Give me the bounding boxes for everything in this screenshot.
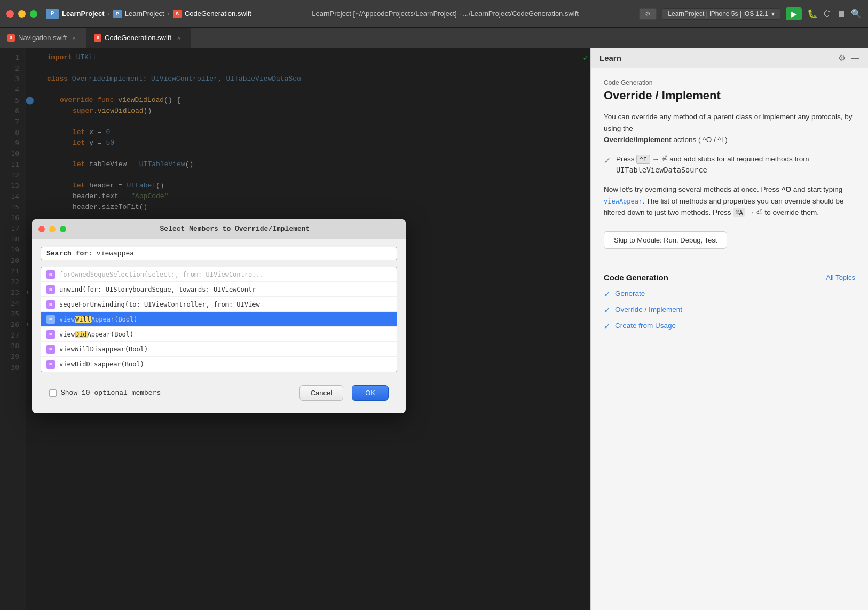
run-scheme-selector[interactable]: ⚙: [639, 8, 657, 20]
all-topics-link[interactable]: All Topics: [826, 273, 855, 281]
member-icon-4: m: [46, 330, 55, 339]
search-value[interactable]: viewappea: [97, 249, 134, 257]
tab-close-codegeneration[interactable]: ×: [175, 34, 183, 42]
modal-title: Select Members to Override/Implement: [70, 225, 399, 233]
swift-icon: S: [7, 34, 15, 42]
view-appear-link: viewAppear: [604, 198, 642, 205]
tab-close-navigation[interactable]: ×: [70, 34, 78, 42]
check-icon-override: ✓: [604, 305, 611, 315]
profile-button[interactable]: ⏱: [823, 9, 832, 19]
traffic-lights: [6, 10, 37, 18]
tab-navigation-swift[interactable]: S Navigation.swift ×: [0, 28, 86, 48]
breadcrumb-project: LearnProject: [62, 10, 104, 18]
learn-content: Code Generation Override / Implement You…: [591, 68, 868, 610]
search-label: Search for:: [46, 249, 92, 257]
learn-section: Code Generation: [604, 79, 855, 87]
tab-label-active: CodeGeneration.swift: [105, 34, 171, 42]
maximize-button[interactable]: [30, 10, 37, 18]
member-item-5[interactable]: m viewWillDisappear(Bool): [41, 342, 397, 357]
learn-panel: Learn ⚙ — Code Generation Override / Imp…: [590, 48, 868, 610]
optional-label: Show 10 optional members: [61, 389, 161, 397]
optional-checkbox[interactable]: [49, 389, 57, 397]
learn-footer-title: Code Generation: [604, 273, 668, 282]
nav-label-create: Create from Usage: [615, 322, 676, 330]
member-icon-2: m: [46, 300, 55, 309]
device-selector[interactable]: LearnProject | iPhone 5s | iOS 12.1 ▾: [662, 8, 780, 20]
debug-button[interactable]: 🐛: [807, 9, 818, 19]
return-arrow-2: ⏎: [756, 208, 763, 216]
settings-icon[interactable]: ⚙: [838, 53, 846, 63]
modal-overlay: Select Members to Override/Implement Sea…: [0, 48, 590, 610]
member-item-2[interactable]: m segueForUnwinding(to: UIViewController…: [41, 297, 397, 312]
member-item-1[interactable]: m unwind(for: UIStoryboardSegue, towards…: [41, 282, 397, 297]
learn-body-2: Now let's try overriding several methods…: [604, 184, 855, 218]
modal-minimize[interactable]: [49, 226, 56, 232]
learn-footer-header: Code Generation All Topics: [604, 273, 855, 282]
device-label: LearnProject | iPhone 5s | iOS 12.1: [668, 10, 768, 18]
nav-item-create[interactable]: ✓ Create from Usage: [604, 320, 855, 331]
toolbar-right: ⚙ LearnProject | iPhone 5s | iOS 12.1 ▾ …: [639, 7, 862, 20]
member-item-6[interactable]: m viewDidDisappear(Bool): [41, 357, 397, 372]
main-area: ✓ 12345 678910 1112131415 1617181920 212…: [0, 48, 868, 610]
breadcrumb-file: CodeGeneration.swift: [185, 10, 251, 18]
breadcrumb-folder: LearnProject: [125, 10, 164, 18]
check-icon-create: ✓: [604, 321, 611, 331]
run-button[interactable]: ▶: [786, 7, 802, 20]
modal-titlebar: Select Members to Override/Implement: [32, 219, 406, 239]
optional-members-row[interactable]: Show 10 optional members: [49, 389, 291, 397]
return-arrow: ⏎: [661, 155, 668, 163]
member-list[interactable]: m forOwnedSegueSelection(select:, from: …: [41, 267, 397, 372]
search-button[interactable]: 🔍: [851, 9, 862, 19]
modal-body: Search for: viewappea m forOwnedSegueSel…: [32, 239, 406, 413]
member-icon-1: m: [46, 285, 55, 294]
code-editor[interactable]: ✓ 12345 678910 1112131415 1617181920 212…: [0, 48, 590, 610]
close-button[interactable]: [6, 10, 14, 18]
member-icon-0: m: [46, 270, 55, 279]
breadcrumb-folder-icon: P: [113, 10, 122, 18]
override-implement-modal[interactable]: Select Members to Override/Implement Sea…: [32, 219, 406, 413]
check-icon-generate: ✓: [604, 289, 611, 299]
learn-bold: Override/Implement: [604, 136, 672, 144]
project-icon: P: [46, 9, 59, 19]
member-item-3[interactable]: m viewWillAppear(Bool): [41, 312, 397, 327]
learn-check-1: ✓ Press ^I → ⏎ and add stubs for all req…: [604, 153, 855, 176]
member-item-4[interactable]: m viewDidAppear(Bool): [41, 327, 397, 342]
nav-item-override[interactable]: ✓ Override / Implement: [604, 304, 855, 315]
member-item-0[interactable]: m forOwnedSegueSelection(select:, from: …: [41, 267, 397, 282]
member-icon-6: m: [46, 360, 55, 369]
member-icon-3: m: [46, 315, 55, 324]
nav-label-override: Override / Implement: [615, 306, 682, 314]
breadcrumb-file-icon: S: [173, 10, 182, 18]
learn-footer-section: Code Generation All Topics ✓ Generate ✓ …: [604, 264, 855, 331]
member-icon-5: m: [46, 345, 55, 354]
modal-maximize[interactable]: [60, 226, 66, 232]
learn-header: Learn ⚙ —: [591, 48, 868, 68]
nav-label-generate: Generate: [615, 290, 645, 298]
modal-close[interactable]: [38, 226, 45, 232]
breadcrumb: LearnProject › P LearnProject › S CodeGe…: [62, 10, 251, 18]
learn-body-1: You can override any method of a parent …: [604, 111, 855, 146]
cmd-a-code: ⌘A: [733, 208, 745, 217]
cancel-button[interactable]: Cancel: [299, 385, 343, 401]
swift-icon-active: S: [94, 34, 101, 42]
learn-heading: Override / Implement: [604, 89, 855, 103]
check-icon-1: ✓: [604, 154, 611, 168]
title-bar: P LearnProject › P LearnProject › S Code…: [0, 0, 868, 28]
collapse-icon[interactable]: —: [851, 53, 859, 63]
minimize-button[interactable]: [18, 10, 26, 18]
search-row[interactable]: Search for: viewappea: [41, 247, 397, 260]
kbd-i: ^I: [636, 155, 650, 164]
tabs-bar: S Navigation.swift × S CodeGeneration.sw…: [0, 28, 868, 48]
ok-button[interactable]: OK: [352, 385, 389, 401]
skip-button[interactable]: Skip to Module: Run, Debug, Test: [604, 231, 727, 249]
learn-body1-suffix: actions ( ^O / ^I ): [674, 136, 728, 144]
learn-header-actions: ⚙ —: [838, 53, 859, 63]
datasource-code: UITableViewDataSource: [616, 166, 707, 174]
learn-title: Learn: [599, 53, 621, 62]
tab-label: Navigation.swift: [18, 34, 67, 42]
stop-button[interactable]: ⏹: [837, 9, 846, 19]
nav-item-generate[interactable]: ✓ Generate: [604, 288, 855, 299]
window-title: LearnProject [~/AppcodeProjects/LearnPro…: [251, 10, 639, 18]
tab-codegeneration-swift[interactable]: S CodeGeneration.swift ×: [86, 28, 191, 48]
modal-footer: Show 10 optional members Cancel OK: [41, 380, 397, 406]
